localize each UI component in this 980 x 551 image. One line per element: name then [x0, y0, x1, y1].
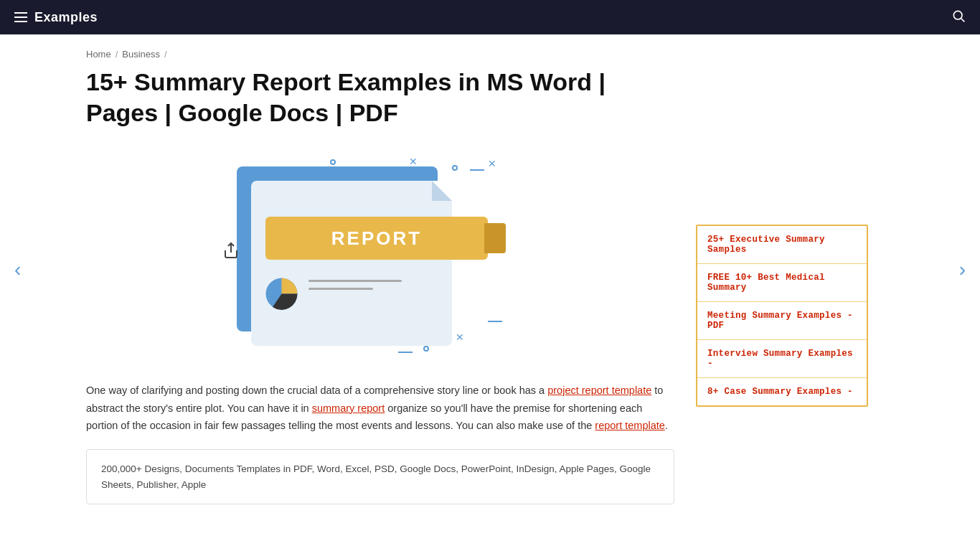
deco-circle-1: [330, 159, 336, 165]
main-column: 15+ Summary Report Examples in MS Word |…: [86, 67, 674, 504]
search-icon[interactable]: [951, 9, 966, 27]
deco-cross-1: ✕: [409, 156, 418, 167]
svg-point-0: [953, 11, 962, 19]
sidebar-item-0[interactable]: 25+ Executive Summary Samples: [697, 226, 867, 264]
nav-arrow-left[interactable]: ‹: [14, 258, 21, 281]
body-text-part1: One way of clarifying and posting down t…: [86, 385, 547, 396]
report-banner-text: REPORT: [331, 227, 422, 250]
sidebar-item-1[interactable]: FREE 10+ Best Medical Summary: [697, 264, 867, 302]
link-summary-report[interactable]: summary report: [312, 402, 385, 414]
header-left: Examples: [14, 10, 98, 25]
doc-chart: [262, 274, 305, 310]
page-title: 15+ Summary Report Examples in MS Word |…: [86, 67, 674, 128]
doc-lines: [308, 280, 402, 296]
deco-dash-1: [470, 169, 484, 171]
link-report-template[interactable]: report template: [595, 420, 665, 431]
doc-line-2: [308, 288, 373, 290]
breadcrumb: Home / Business /: [0, 34, 980, 67]
hamburger-icon[interactable]: [14, 12, 27, 22]
share-icon[interactable]: [222, 242, 240, 263]
content-area: 15+ Summary Report Examples in MS Word |…: [0, 67, 980, 504]
deco-dash-3: [488, 321, 502, 322]
deco-dash-2: [398, 352, 413, 353]
breadcrumb-sep-1: /: [116, 49, 118, 60]
body-text: One way of clarifying and posting down t…: [86, 382, 674, 435]
breadcrumb-sep-2: /: [164, 49, 167, 60]
info-box: 200,000+ Designs, Documents Templates in…: [86, 449, 674, 504]
header: Examples: [0, 0, 980, 34]
breadcrumb-home[interactable]: Home: [86, 49, 111, 60]
sidebar-item-2[interactable]: Meeting Summary Examples - PDF: [697, 302, 867, 340]
breadcrumb-business[interactable]: Business: [122, 49, 160, 60]
doc-line-1: [308, 280, 402, 282]
doc-front: [251, 181, 452, 346]
sidebar-item-3[interactable]: Interview Summary Examples -: [697, 340, 867, 378]
deco-circle-2: [452, 165, 458, 171]
hero-image-container: ✕ ✕ ✕ ✕: [179, 145, 581, 360]
nav-arrow-right[interactable]: ›: [959, 258, 966, 281]
deco-circle-4: [423, 346, 429, 352]
deco-cross-4: ✕: [456, 331, 464, 343]
body-text-part4: .: [665, 420, 668, 431]
report-banner-tail: [484, 223, 506, 253]
svg-line-1: [961, 18, 965, 22]
doc-fold-inner: [432, 181, 452, 201]
report-illustration: ✕ ✕ ✕ ✕: [215, 152, 545, 353]
report-banner: REPORT: [265, 217, 488, 260]
header-logo: Examples: [34, 10, 98, 25]
page-wrapper: ‹ › Home / Business / 15+ Summary Report…: [0, 34, 980, 504]
sidebar: 25+ Executive Summary Samples FREE 10+ B…: [696, 225, 868, 504]
link-project-report[interactable]: project report template: [547, 385, 651, 396]
deco-cross-2: ✕: [488, 158, 496, 169]
info-box-text: 200,000+ Designs, Documents Templates in…: [101, 463, 651, 490]
sidebar-box: 25+ Executive Summary Samples FREE 10+ B…: [696, 225, 868, 407]
sidebar-item-4[interactable]: 8+ Case Summary Examples -: [697, 378, 867, 405]
